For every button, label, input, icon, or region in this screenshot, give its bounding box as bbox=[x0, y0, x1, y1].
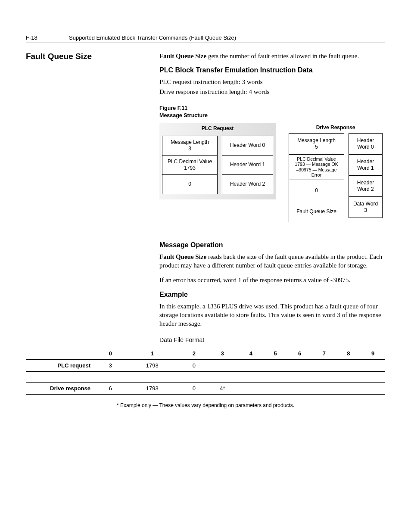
cell: 6 bbox=[98, 383, 123, 395]
drv-left-3: Fault Queue Size bbox=[289, 201, 344, 222]
figure-plc-request: PLC Request Message Length3 PLC Decimal … bbox=[159, 123, 276, 199]
figure-drive-response: Drive Response Message Length5 PLC Decim… bbox=[289, 123, 383, 222]
plc-left-1: PLC Decimal Value1793 bbox=[162, 156, 218, 175]
intro-rest: gets the number of fault entries allowed… bbox=[206, 53, 359, 59]
plc-left-0: Message Length3 bbox=[162, 136, 218, 156]
drv-right-1: Header Word 1 bbox=[349, 155, 383, 176]
page-header: F-18 Supported Emulated Block Transfer C… bbox=[26, 34, 385, 43]
cell bbox=[287, 383, 312, 395]
cell: 1793 bbox=[123, 383, 182, 395]
col-5: 5 bbox=[263, 348, 288, 360]
page-header-title: Supported Emulated Block Transfer Comman… bbox=[69, 34, 236, 41]
cell bbox=[336, 383, 361, 395]
cell bbox=[361, 360, 385, 372]
plc-right-2: Header Word 2 bbox=[222, 175, 273, 194]
message-operation-p2: If an error has occurred, word 1 of the … bbox=[159, 276, 385, 284]
cell: 0 bbox=[182, 383, 206, 395]
table-footnote: * Example only — These values vary depen… bbox=[26, 402, 385, 408]
figure-caption-line1: Figure F.11 bbox=[159, 105, 187, 111]
cell bbox=[239, 383, 263, 395]
table-row: Drive response 6 1793 0 4* bbox=[26, 383, 385, 395]
cell bbox=[312, 383, 336, 395]
plc-right-1: Header Word 1 bbox=[222, 156, 273, 175]
example-heading: Example bbox=[159, 291, 385, 299]
plc-right-0: Header Word 0 bbox=[222, 136, 273, 156]
col-1: 1 bbox=[123, 348, 182, 360]
drv-left-1: PLC Decimal Value1793 — Message OK–30975… bbox=[289, 155, 344, 180]
message-operation-p1-bold: Fault Queue Size bbox=[159, 253, 206, 260]
message-operation-p1: Fault Queue Size reads back the size of … bbox=[159, 252, 385, 270]
figure-caption-line2: Message Structure bbox=[159, 112, 208, 118]
cell: 4* bbox=[206, 383, 239, 395]
table-header-row: 0 1 2 3 4 5 6 7 8 9 bbox=[26, 348, 385, 360]
drive-response-label: Drive Response bbox=[289, 123, 383, 133]
intro-bold: Fault Queue Size bbox=[159, 53, 206, 59]
col-7: 7 bbox=[312, 348, 336, 360]
plc-line-1: PLC request instruction length: 3 words bbox=[159, 78, 385, 86]
cell bbox=[263, 383, 288, 395]
cell: 1793 bbox=[123, 360, 182, 372]
data-file-title: Data File Format bbox=[159, 336, 385, 343]
drv-left-0: Message Length5 bbox=[289, 133, 344, 155]
page-number: F-18 bbox=[26, 34, 69, 41]
col-9: 9 bbox=[361, 348, 385, 360]
drv-right-3: Data Word 3 bbox=[349, 197, 383, 218]
cell bbox=[239, 360, 263, 372]
plc-block-heading: PLC Block Transfer Emulation Instruction… bbox=[159, 66, 385, 74]
cell: 3 bbox=[98, 360, 123, 372]
figure-message-structure: PLC Request Message Length3 PLC Decimal … bbox=[159, 123, 385, 222]
col-4: 4 bbox=[239, 348, 263, 360]
col-6: 6 bbox=[287, 348, 312, 360]
plc-request-label: PLC Request bbox=[162, 123, 273, 133]
message-operation-heading: Message Operation bbox=[159, 241, 385, 249]
row-label-drive: Drive response bbox=[26, 383, 98, 395]
cell bbox=[263, 360, 288, 372]
cell bbox=[206, 360, 239, 372]
cell bbox=[336, 360, 361, 372]
figure-caption: Figure F.11 Message Structure bbox=[159, 105, 385, 119]
col-0: 0 bbox=[98, 348, 123, 360]
example-p1: In this example, a 1336 PLUS drive was u… bbox=[159, 302, 385, 328]
plc-left-2: 0 bbox=[162, 175, 218, 194]
row-label-plc: PLC request bbox=[26, 360, 98, 372]
col-3: 3 bbox=[206, 348, 239, 360]
cell bbox=[312, 360, 336, 372]
col-2: 2 bbox=[182, 348, 206, 360]
data-file-table: 0 1 2 3 4 5 6 7 8 9 PLC request 3 1793 0 bbox=[26, 348, 385, 395]
section-title: Fault Queue Size bbox=[26, 52, 159, 61]
plc-line-2: Drive response instruction length: 4 wor… bbox=[159, 87, 385, 96]
cell: 0 bbox=[182, 360, 206, 372]
intro-paragraph: Fault Queue Size gets the number of faul… bbox=[159, 52, 385, 60]
drv-right-2: Header Word 2 bbox=[349, 176, 383, 197]
table-row: PLC request 3 1793 0 bbox=[26, 360, 385, 372]
cell bbox=[287, 360, 312, 372]
col-8: 8 bbox=[336, 348, 361, 360]
cell bbox=[361, 383, 385, 395]
drv-right-0: Header Word 0 bbox=[349, 133, 383, 155]
drv-left-2: 0 bbox=[289, 180, 344, 201]
